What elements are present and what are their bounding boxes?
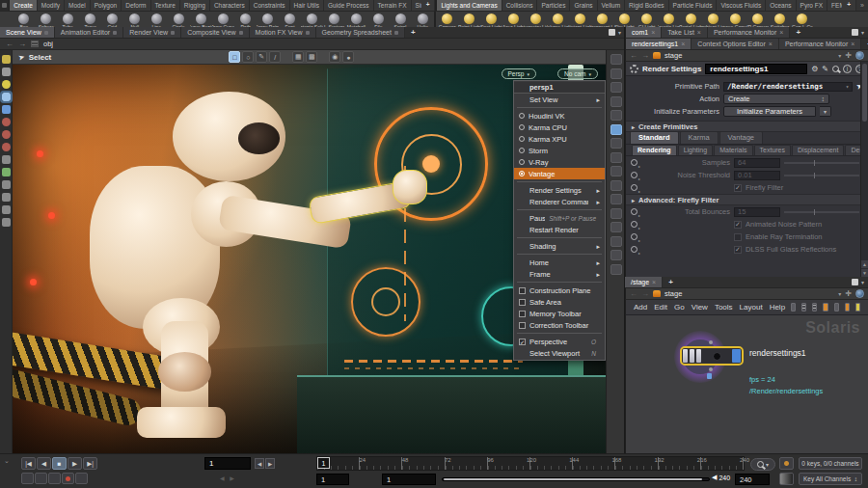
high-quality-light-icon[interactable] xyxy=(610,152,622,163)
shelf-tab[interactable]: Model xyxy=(65,0,91,11)
menu-item[interactable]: Select Viewport N xyxy=(514,347,605,359)
rendersettings-node[interactable] xyxy=(680,346,744,366)
snapshot-icon[interactable] xyxy=(610,54,622,65)
lighting-mode-icon[interactable] xyxy=(610,124,622,135)
node-name-label[interactable]: rendersettings1 xyxy=(749,348,806,358)
frame-fwd-icon[interactable]: ▶ xyxy=(265,458,275,469)
ray-termination-checkbox[interactable] xyxy=(734,233,742,241)
timeline-ruler[interactable]: 24487296120144168192216240 xyxy=(316,456,745,471)
scale-tool-icon[interactable] xyxy=(2,143,11,151)
menu-bar-item[interactable]: Add xyxy=(634,303,647,312)
jump-start-button[interactable]: |◀ xyxy=(21,457,36,470)
shelf-tab[interactable]: Terrain FX xyxy=(374,0,412,11)
category-tab[interactable]: Lighting xyxy=(678,145,714,155)
menu-bar-item[interactable]: Edit xyxy=(654,303,667,312)
breadcrumb[interactable]: stage xyxy=(665,289,682,298)
layout-nodes-icon[interactable] xyxy=(834,303,839,312)
category-tab[interactable]: Displacement xyxy=(792,145,844,155)
shelf-tab[interactable]: Grains xyxy=(570,0,597,11)
playbar-collapse-icon[interactable]: ⌄ xyxy=(4,457,10,465)
chevron-down-icon[interactable]: ▾ xyxy=(846,83,850,90)
forward-icon[interactable]: → xyxy=(641,51,649,60)
reflections-icon[interactable] xyxy=(610,180,622,191)
primitive-path-field[interactable]: /Render/rendersettings ▾ xyxy=(723,82,853,92)
normals-icon[interactable] xyxy=(610,264,622,275)
chevron-down-icon[interactable]: ▾ xyxy=(820,106,831,117)
pane-tab[interactable]: Performance Monitor × xyxy=(708,27,790,38)
shade-sphere-icon[interactable] xyxy=(610,110,622,121)
pane-maximize-icon[interactable] xyxy=(609,29,615,36)
menu-item[interactable]: Shading xyxy=(514,240,605,252)
pane-tab[interactable]: rendersettings1 × xyxy=(626,39,692,49)
pane-tab-menu-icon[interactable] xyxy=(113,31,117,35)
texture-icon[interactable] xyxy=(610,208,622,219)
menu-item[interactable] xyxy=(517,209,602,210)
select-groups-icon[interactable]: ▦ xyxy=(292,51,304,63)
camera-pill[interactable]: Persp ▾ xyxy=(502,68,537,79)
node-list-icon[interactable] xyxy=(31,41,39,47)
menu-item[interactable]: Home xyxy=(514,257,605,268)
breadcrumb[interactable]: stage xyxy=(665,51,682,60)
close-icon[interactable]: × xyxy=(651,29,655,36)
samples-slider[interactable] xyxy=(784,162,859,164)
shapes-palette-icon[interactable] xyxy=(845,303,850,312)
search-icon[interactable] xyxy=(832,66,839,72)
parameter-menu-icon[interactable] xyxy=(631,221,637,228)
scrollbar-thumb[interactable] xyxy=(862,64,867,122)
realtime-toggle-icon[interactable] xyxy=(21,473,34,484)
pose-tool-icon[interactable] xyxy=(2,80,11,89)
network-tab[interactable]: /stage × xyxy=(625,277,663,287)
select-fully-icon[interactable]: ● xyxy=(342,51,354,63)
chevron-down-icon[interactable]: ▾ xyxy=(838,52,841,59)
scroll-down-icon[interactable]: ▼ xyxy=(861,269,868,277)
pane-tab[interactable]: Scene View xyxy=(0,27,55,38)
pane-tab-menu-icon[interactable] xyxy=(171,31,175,35)
pane-tab[interactable]: Take List × xyxy=(662,27,708,38)
node-input-connector[interactable] xyxy=(709,340,713,344)
initialize-parameters-button[interactable]: Initialize Parameters xyxy=(723,106,816,117)
menu-bar-item[interactable]: Help xyxy=(770,303,785,312)
parameter-scrollbar[interactable]: ▲ ▼ xyxy=(860,62,868,277)
shelf-tab[interactable]: Polygon xyxy=(91,0,122,11)
category-tab[interactable]: Rendering xyxy=(632,145,677,155)
menu-item[interactable] xyxy=(517,237,602,238)
shelf-overflow-icon[interactable]: » xyxy=(856,0,868,11)
snap-tool-icon[interactable] xyxy=(2,168,11,176)
material-icon[interactable] xyxy=(610,194,622,204)
menu-item[interactable]: Safe Area xyxy=(514,296,605,308)
action-dropdown[interactable]: Create ↕ xyxy=(723,94,829,104)
grid-view-icon[interactable] xyxy=(812,303,817,312)
peak-tool-icon[interactable] xyxy=(2,218,11,227)
tools-icon[interactable] xyxy=(791,303,796,312)
shelf-tab[interactable]: Particles xyxy=(537,0,570,11)
total-bounces-slider[interactable] xyxy=(784,211,859,213)
dlss-checkbox[interactable] xyxy=(734,246,742,254)
visible-only-icon[interactable]: ◉ xyxy=(329,51,340,63)
shelf-tab[interactable]: Lights and Cameras xyxy=(437,0,502,11)
mirror-tool-icon[interactable] xyxy=(2,193,11,202)
samples-field[interactable]: 64 xyxy=(734,158,780,168)
chevron-down-icon[interactable]: ▾ xyxy=(838,290,841,297)
add-shelf-tab-button[interactable]: + xyxy=(421,0,436,11)
menu-bar-item[interactable]: View xyxy=(692,303,708,312)
jump-end-button[interactable]: ▶| xyxy=(83,457,97,470)
scroll-up-icon[interactable]: ▲ xyxy=(861,260,868,268)
back-icon[interactable]: ← xyxy=(6,40,14,48)
menu-bar-item[interactable]: Tools xyxy=(715,303,733,312)
shelf-menu-icon[interactable] xyxy=(0,0,10,11)
select-named-icon[interactable]: ▩ xyxy=(306,51,317,63)
pane-tab[interactable]: com1 × xyxy=(626,27,662,38)
firefly-filter-checkbox[interactable] xyxy=(734,184,742,192)
menu-item[interactable]: Memory Toolbar xyxy=(514,308,605,319)
add-pane-tab-button[interactable]: + xyxy=(405,27,421,38)
parameter-menu-icon[interactable] xyxy=(631,184,637,191)
menu-item[interactable]: Perspective O xyxy=(514,336,605,347)
pane-menu-icon[interactable]: ▾ xyxy=(861,29,864,36)
close-icon[interactable]: × xyxy=(681,41,685,47)
network-canvas[interactable]: Solaris rendersettings1 fps = 24 /Render… xyxy=(625,315,868,453)
sim-toggle-icon[interactable] xyxy=(75,473,88,484)
pin-icon[interactable]: ✛ xyxy=(845,289,852,298)
lasso-select-icon[interactable]: ○ xyxy=(242,51,254,63)
category-tab[interactable]: Materials xyxy=(714,145,752,155)
pane-tab[interactable]: Animation Editor xyxy=(55,27,123,38)
